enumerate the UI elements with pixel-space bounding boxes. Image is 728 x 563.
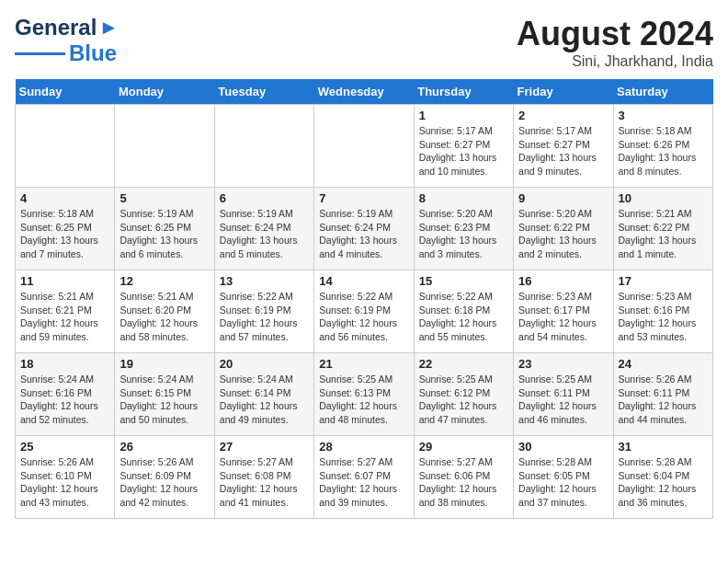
day-number: 3 xyxy=(619,109,708,122)
day-number: 6 xyxy=(220,191,309,205)
day-info: Sunrise: 5:20 AM Sunset: 6:22 PM Dayligh… xyxy=(518,207,608,261)
day-number: 20 xyxy=(220,357,309,371)
calendar-cell: 22Sunrise: 5:25 AM Sunset: 6:12 PM Dayli… xyxy=(414,353,513,436)
day-info: Sunrise: 5:24 AM Sunset: 6:14 PM Dayligh… xyxy=(220,373,309,427)
day-number: 7 xyxy=(319,191,408,205)
day-number: 22 xyxy=(419,357,508,371)
day-number: 4 xyxy=(20,191,109,205)
day-number: 11 xyxy=(20,274,109,288)
day-number: 19 xyxy=(119,357,209,371)
day-number: 21 xyxy=(319,357,408,371)
calendar-cell: 27Sunrise: 5:27 AM Sunset: 6:08 PM Dayli… xyxy=(214,436,313,519)
calendar-cell: 1Sunrise: 5:17 AM Sunset: 6:27 PM Daylig… xyxy=(414,105,513,188)
logo: General ► Blue xyxy=(15,15,119,66)
calendar-cell: 15Sunrise: 5:22 AM Sunset: 6:18 PM Dayli… xyxy=(414,270,513,353)
calendar-cell: 21Sunrise: 5:25 AM Sunset: 6:13 PM Dayli… xyxy=(314,353,414,436)
title-area: August 2024 Sini, Jharkhand, India xyxy=(517,15,713,70)
day-number: 28 xyxy=(319,440,408,454)
day-info: Sunrise: 5:20 AM Sunset: 6:23 PM Dayligh… xyxy=(419,207,508,261)
day-info: Sunrise: 5:27 AM Sunset: 6:08 PM Dayligh… xyxy=(220,455,309,510)
calendar-cell: 11Sunrise: 5:21 AM Sunset: 6:21 PM Dayli… xyxy=(16,270,115,353)
logo-blue: Blue xyxy=(69,40,117,66)
page-title: August 2024 xyxy=(517,15,713,53)
calendar-cell: 13Sunrise: 5:22 AM Sunset: 6:19 PM Dayli… xyxy=(214,270,313,353)
calendar-header-thursday: Thursday xyxy=(414,79,513,105)
day-info: Sunrise: 5:19 AM Sunset: 6:24 PM Dayligh… xyxy=(220,207,309,261)
day-number: 23 xyxy=(518,357,608,371)
day-number: 8 xyxy=(419,191,508,205)
day-number: 14 xyxy=(319,274,408,288)
day-info: Sunrise: 5:28 AM Sunset: 6:05 PM Dayligh… xyxy=(518,455,608,510)
day-info: Sunrise: 5:21 AM Sunset: 6:22 PM Dayligh… xyxy=(619,207,708,261)
day-number: 10 xyxy=(619,191,708,205)
calendar-cell xyxy=(16,105,115,188)
calendar-header-sunday: Sunday xyxy=(16,79,115,105)
day-number: 12 xyxy=(119,274,209,288)
calendar-cell: 2Sunrise: 5:17 AM Sunset: 6:27 PM Daylig… xyxy=(514,105,613,188)
calendar-cell: 24Sunrise: 5:26 AM Sunset: 6:11 PM Dayli… xyxy=(613,353,712,436)
day-number: 15 xyxy=(419,274,508,288)
day-number: 27 xyxy=(220,440,309,454)
day-info: Sunrise: 5:24 AM Sunset: 6:15 PM Dayligh… xyxy=(119,373,209,427)
calendar-header-monday: Monday xyxy=(115,79,214,105)
calendar-cell: 23Sunrise: 5:25 AM Sunset: 6:11 PM Dayli… xyxy=(514,353,613,436)
calendar-week-3: 11Sunrise: 5:21 AM Sunset: 6:21 PM Dayli… xyxy=(16,270,713,353)
day-number: 24 xyxy=(619,357,708,371)
calendar-cell: 18Sunrise: 5:24 AM Sunset: 6:16 PM Dayli… xyxy=(16,353,115,436)
day-number: 29 xyxy=(419,440,508,454)
page-subtitle: Sini, Jharkhand, India xyxy=(517,53,713,70)
header: General ► Blue August 2024 Sini, Jharkha… xyxy=(15,15,713,70)
calendar-cell: 29Sunrise: 5:27 AM Sunset: 6:06 PM Dayli… xyxy=(414,436,513,519)
calendar-cell: 7Sunrise: 5:19 AM Sunset: 6:24 PM Daylig… xyxy=(314,188,414,270)
day-info: Sunrise: 5:26 AM Sunset: 6:11 PM Dayligh… xyxy=(619,373,708,427)
day-info: Sunrise: 5:26 AM Sunset: 6:09 PM Dayligh… xyxy=(119,455,209,510)
calendar-cell xyxy=(115,105,214,188)
calendar-header-tuesday: Tuesday xyxy=(214,79,313,105)
day-info: Sunrise: 5:18 AM Sunset: 6:26 PM Dayligh… xyxy=(619,124,708,178)
calendar-cell: 19Sunrise: 5:24 AM Sunset: 6:15 PM Dayli… xyxy=(115,353,214,436)
calendar-header-friday: Friday xyxy=(514,79,613,105)
day-info: Sunrise: 5:24 AM Sunset: 6:16 PM Dayligh… xyxy=(20,373,109,427)
day-number: 26 xyxy=(119,440,209,454)
calendar-cell: 14Sunrise: 5:22 AM Sunset: 6:19 PM Dayli… xyxy=(314,270,414,353)
day-info: Sunrise: 5:19 AM Sunset: 6:25 PM Dayligh… xyxy=(119,207,209,261)
calendar-cell: 17Sunrise: 5:23 AM Sunset: 6:16 PM Dayli… xyxy=(613,270,712,353)
calendar-cell: 6Sunrise: 5:19 AM Sunset: 6:24 PM Daylig… xyxy=(214,188,313,270)
day-number: 2 xyxy=(518,109,608,122)
day-info: Sunrise: 5:28 AM Sunset: 6:04 PM Dayligh… xyxy=(619,455,708,510)
calendar-header-row: SundayMondayTuesdayWednesdayThursdayFrid… xyxy=(16,79,713,105)
calendar-cell: 28Sunrise: 5:27 AM Sunset: 6:07 PM Dayli… xyxy=(314,436,414,519)
calendar-week-2: 4Sunrise: 5:18 AM Sunset: 6:25 PM Daylig… xyxy=(16,188,713,270)
calendar-cell xyxy=(314,105,414,188)
day-number: 17 xyxy=(619,274,708,288)
day-number: 5 xyxy=(119,191,209,205)
calendar-week-5: 25Sunrise: 5:26 AM Sunset: 6:10 PM Dayli… xyxy=(16,436,713,519)
calendar-cell: 16Sunrise: 5:23 AM Sunset: 6:17 PM Dayli… xyxy=(514,270,613,353)
day-number: 31 xyxy=(619,440,708,454)
day-number: 30 xyxy=(518,440,608,454)
calendar-cell xyxy=(214,105,313,188)
day-number: 16 xyxy=(518,274,608,288)
calendar-header-wednesday: Wednesday xyxy=(314,79,414,105)
day-info: Sunrise: 5:22 AM Sunset: 6:19 PM Dayligh… xyxy=(220,290,309,344)
calendar-cell: 10Sunrise: 5:21 AM Sunset: 6:22 PM Dayli… xyxy=(613,188,712,270)
day-info: Sunrise: 5:25 AM Sunset: 6:12 PM Dayligh… xyxy=(419,373,508,427)
day-info: Sunrise: 5:17 AM Sunset: 6:27 PM Dayligh… xyxy=(518,124,608,178)
logo-general: General xyxy=(15,15,97,40)
calendar-cell: 30Sunrise: 5:28 AM Sunset: 6:05 PM Dayli… xyxy=(514,436,613,519)
calendar-header-saturday: Saturday xyxy=(613,79,712,105)
day-number: 9 xyxy=(518,191,608,205)
day-number: 1 xyxy=(419,109,508,122)
calendar-table: SundayMondayTuesdayWednesdayThursdayFrid… xyxy=(15,79,713,519)
calendar-cell: 8Sunrise: 5:20 AM Sunset: 6:23 PM Daylig… xyxy=(414,188,513,270)
day-info: Sunrise: 5:23 AM Sunset: 6:16 PM Dayligh… xyxy=(619,290,708,344)
calendar-cell: 20Sunrise: 5:24 AM Sunset: 6:14 PM Dayli… xyxy=(214,353,313,436)
day-info: Sunrise: 5:25 AM Sunset: 6:11 PM Dayligh… xyxy=(518,373,608,427)
logo-underline xyxy=(15,52,65,55)
day-info: Sunrise: 5:23 AM Sunset: 6:17 PM Dayligh… xyxy=(518,290,608,344)
day-number: 25 xyxy=(20,440,109,454)
day-info: Sunrise: 5:18 AM Sunset: 6:25 PM Dayligh… xyxy=(20,207,109,261)
calendar-cell: 31Sunrise: 5:28 AM Sunset: 6:04 PM Dayli… xyxy=(613,436,712,519)
day-info: Sunrise: 5:21 AM Sunset: 6:20 PM Dayligh… xyxy=(119,290,209,344)
day-info: Sunrise: 5:27 AM Sunset: 6:07 PM Dayligh… xyxy=(319,455,408,510)
